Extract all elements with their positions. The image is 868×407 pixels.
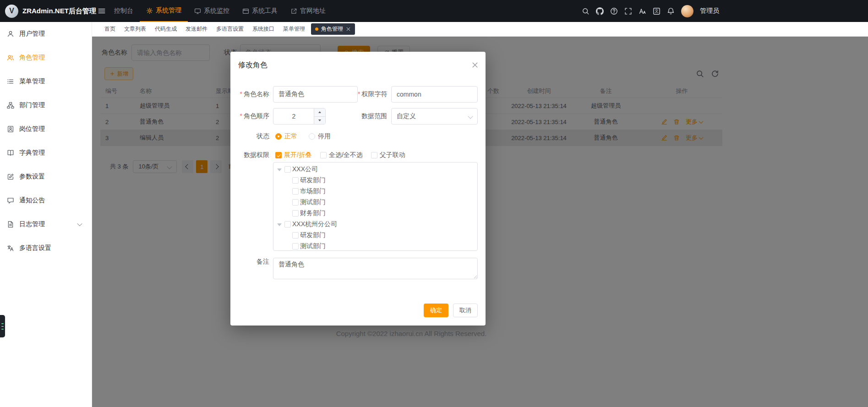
caret-down-icon (318, 119, 321, 121)
close-icon[interactable] (471, 61, 479, 69)
form-row-name-perm: *角色名称 *权限字符 (230, 86, 478, 103)
search-icon[interactable] (582, 7, 590, 15)
sidebar-item-users[interactable]: 用户管理 (0, 22, 92, 46)
devtools-handle[interactable] (0, 315, 5, 337)
sidebar: 用户管理 角色管理 菜单管理 部门管理 岗位管理 字典管理 参数设置 通知公告 (0, 22, 92, 407)
checkbox-select-all[interactable]: 全选/全不选 (320, 151, 363, 159)
checkbox-parent-child-link[interactable]: 父子联动 (371, 151, 405, 159)
tree-node-company[interactable]: XXX公司 (273, 164, 477, 175)
tab-menu-management[interactable]: 菜单管理 (280, 23, 308, 35)
main-content: 角色名称 状态 角色状态 搜索 重置 新增 (92, 37, 868, 407)
external-link-icon (290, 8, 297, 15)
increase-button[interactable] (314, 109, 325, 117)
tree-node-dept[interactable]: 测试部门 (273, 241, 477, 251)
tree-node-dept[interactable]: 财务部门 (273, 208, 477, 219)
tab-home[interactable]: 首页 (102, 23, 118, 35)
data-scope-field-label: 数据范围 (326, 112, 387, 120)
bell-icon[interactable] (667, 7, 675, 15)
checkbox-expand-collapse[interactable]: 展开/折叠 (275, 151, 311, 159)
sidebar-item-posts[interactable]: 岗位管理 (0, 117, 92, 141)
sidebar-item-parameters[interactable]: 参数设置 (0, 165, 92, 189)
tree-node-branch-company[interactable]: XXX杭州分公司 (273, 219, 477, 230)
data-scope-select[interactable]: 自定义 (391, 108, 478, 125)
github-icon[interactable] (596, 7, 604, 15)
log-doc-icon (7, 221, 14, 228)
active-tab-dot (315, 27, 318, 31)
tree-checkbox[interactable] (292, 232, 299, 239)
username-label[interactable]: 管理员 (700, 7, 719, 15)
top-menu: 控制台 系统管理 系统监控 系统工具 官网地址 (108, 0, 332, 22)
remark-field-label: 备注 (230, 258, 269, 266)
app-logo: V ZRAdmin.NET后台管理 (0, 0, 92, 22)
svg-text:文: 文 (655, 9, 659, 13)
role-order-stepper[interactable] (273, 108, 326, 125)
role-name-input[interactable] (273, 86, 358, 103)
decrease-button[interactable] (314, 117, 325, 125)
tree-node-dept[interactable]: 市场部门 (273, 186, 477, 197)
top-menu-website[interactable]: 官网地址 (284, 0, 332, 22)
sidebar-item-i18n[interactable]: 多语言设置 (0, 236, 92, 260)
form-row-order-scope: *角色顺序 数据范围 自定义 (230, 108, 478, 125)
cancel-button[interactable]: 取消 (453, 304, 478, 317)
tab-i18n-settings[interactable]: 多语言设置 (213, 23, 246, 35)
form-row-remark: 备注 普通角色 (230, 258, 478, 279)
avatar[interactable] (681, 5, 693, 17)
perm-char-field-label: *权限字符 (358, 90, 387, 98)
dict-book-icon (7, 149, 14, 157)
caret-down-icon[interactable] (277, 223, 282, 228)
language-icon[interactable]: 文 (653, 7, 661, 15)
radio-unchecked-icon (309, 133, 315, 140)
tab-role-management[interactable]: 角色管理 (311, 23, 355, 35)
help-icon[interactable] (610, 7, 618, 15)
top-menu-system-monitor[interactable]: 系统监控 (188, 0, 236, 22)
tree-checkbox[interactable] (292, 243, 299, 250)
top-menu-system-tools[interactable]: 系统工具 (236, 0, 284, 22)
radio-status-normal[interactable]: 正常 (275, 132, 297, 141)
fullscreen-icon[interactable] (624, 7, 632, 15)
logo-icon: V (5, 5, 18, 18)
role-name-field-label: *角色名称 (230, 90, 269, 98)
sidebar-item-notices[interactable]: 通知公告 (0, 189, 92, 212)
radio-status-disabled[interactable]: 停用 (309, 132, 331, 141)
tree-node-dept[interactable]: 研发部门 (273, 175, 477, 186)
top-menu-console[interactable]: 控制台 (108, 0, 140, 22)
font-size-icon[interactable] (639, 7, 646, 15)
sidebar-item-roles[interactable]: 角色管理 (0, 46, 92, 70)
sidebar-item-dictionaries[interactable]: 字典管理 (0, 141, 92, 165)
role-order-input[interactable] (273, 109, 314, 124)
monitor-icon (194, 8, 201, 15)
tree-checkbox[interactable] (284, 221, 291, 228)
tree-checkbox[interactable] (292, 177, 299, 184)
tags-bar: 首页 文章列表 代码生成 发送邮件 多语言设置 系统接口 菜单管理 角色管理 (92, 22, 868, 37)
chevron-down-icon (468, 114, 473, 119)
tree-checkbox[interactable] (292, 188, 299, 195)
tab-article-list[interactable]: 文章列表 (121, 23, 149, 35)
window-icon (242, 8, 249, 15)
remark-textarea[interactable]: 普通角色 (273, 258, 478, 279)
notice-chat-icon (7, 197, 14, 204)
sidebar-item-departments[interactable]: 部门管理 (0, 93, 92, 117)
tree-node-dept[interactable]: 测试部门 (273, 197, 477, 208)
tree-checkbox[interactable] (292, 199, 299, 206)
status-field-label: 状态 (230, 132, 269, 141)
dept-tree-icon (7, 102, 14, 109)
top-menu-system-management[interactable]: 系统管理 (140, 0, 188, 22)
tab-code-generation[interactable]: 代码生成 (152, 23, 180, 35)
users-icon (7, 54, 14, 61)
sidebar-item-menus[interactable]: 菜单管理 (0, 70, 92, 93)
tab-system-api[interactable]: 系统接口 (250, 23, 277, 35)
radio-checked-icon (275, 133, 282, 140)
topbar-actions: 文 管理员 (582, 5, 719, 17)
tree-node-dept[interactable]: 研发部门 (273, 230, 477, 241)
perm-char-input[interactable] (391, 86, 478, 103)
tree-checkbox[interactable] (292, 210, 299, 217)
hamburger-menu-icon[interactable] (98, 7, 106, 15)
tab-send-email[interactable]: 发送邮件 (183, 23, 210, 35)
sidebar-item-logs[interactable]: 日志管理 (0, 212, 92, 236)
tree-checkbox[interactable] (284, 166, 291, 173)
chevron-down-icon (77, 221, 82, 226)
confirm-button[interactable]: 确定 (424, 304, 448, 317)
params-edit-icon (7, 173, 14, 180)
caret-down-icon[interactable] (277, 168, 282, 174)
tab-close-icon[interactable] (346, 27, 351, 32)
